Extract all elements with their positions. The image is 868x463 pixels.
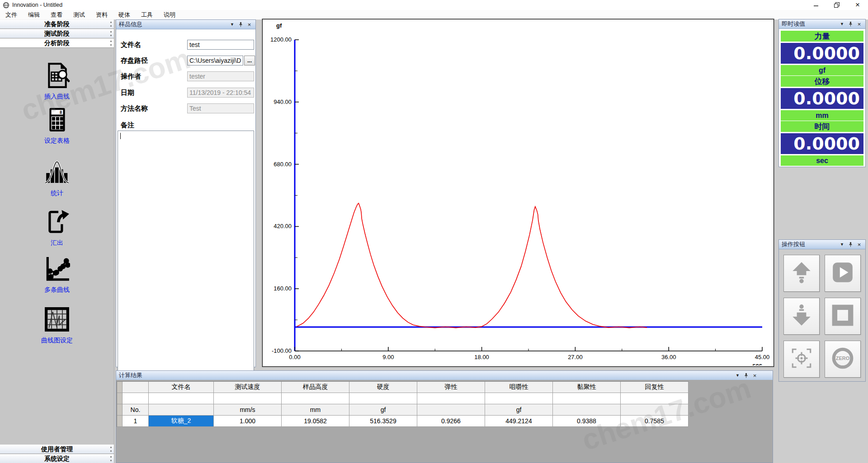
column-header-springiness: 弹性: [417, 382, 485, 393]
notes-textarea[interactable]: [118, 131, 254, 374]
field-label-save-path: 存盘路径: [121, 56, 148, 65]
close-icon[interactable]: ×: [856, 241, 863, 248]
close-icon[interactable]: ×: [751, 372, 758, 379]
no-column-header: [123, 382, 149, 393]
results-units-row: No.mm/smmgfgf: [117, 404, 689, 416]
close-button[interactable]: ×: [847, 0, 868, 10]
sidebar-tool-export[interactable]: 汇出: [0, 209, 114, 247]
restore-button[interactable]: [826, 0, 847, 10]
set-table-icon: 8: [44, 107, 70, 133]
pin-icon[interactable]: [847, 241, 854, 248]
menu-item-hardware[interactable]: 硬体: [113, 10, 136, 20]
menu-item-help[interactable]: 说明: [158, 10, 181, 20]
title-bar: Innovation - Untitled ×: [0, 0, 868, 10]
sidebar-tool-label: 曲线图设定: [0, 337, 114, 345]
x-axis-unit-label: sec: [752, 362, 762, 365]
chevron-down-icon[interactable]: ▼: [839, 21, 845, 28]
unit-cell-springiness: [417, 404, 485, 416]
pin-icon[interactable]: [847, 21, 854, 28]
data-cell-cohesiveness[interactable]: 0.9388: [553, 416, 621, 427]
sidebar-tool-insert-curve[interactable]: 插入曲线: [0, 62, 114, 101]
sidebar-tool-statistics[interactable]: 统计: [0, 159, 114, 197]
readings-panel: 即时读值 ▼ × 力量0.0000gf位移0.0000mm时间0.0000sec: [778, 19, 866, 167]
chart-settings-icon: [44, 306, 70, 332]
sidebar-stage-test[interactable]: 测试阶段: [0, 29, 114, 38]
sidebar-tool-chart-settings[interactable]: 曲线图设定: [0, 306, 114, 345]
menu-item-view[interactable]: 查看: [45, 10, 68, 20]
y-tick-label: 940.00: [274, 98, 292, 105]
chevron-down-icon[interactable]: ▼: [839, 241, 845, 248]
data-cell-filename[interactable]: 软糖_2: [149, 416, 214, 427]
sidebar-tool-multi-curve[interactable]: 多条曲线: [0, 256, 114, 294]
menu-item-data[interactable]: 资料: [90, 10, 113, 20]
reading-force-value: 0.0000: [781, 43, 863, 64]
field-filename[interactable]: test: [187, 40, 254, 50]
stop-button[interactable]: [825, 298, 861, 335]
origin-button[interactable]: [783, 341, 820, 378]
sidebar: 准备阶段测试阶段分析阶段 插入曲线8设定表格统计汇出多条曲线曲线图设定 使用者管…: [0, 19, 114, 463]
chevron-down-icon[interactable]: ▼: [734, 372, 741, 379]
sidebar-tool-label: 多条曲线: [0, 286, 114, 294]
column-header-resilience: 回复性: [621, 382, 689, 393]
field-date: 11/13/2019 - 22:10:54: [187, 88, 254, 98]
run-button[interactable]: [825, 255, 861, 292]
menu-item-tools[interactable]: 工具: [136, 10, 158, 20]
sample-info-body: 文件名test存盘路径...C:\Users\aiyaziji\D操作者test…: [116, 29, 255, 368]
chevron-down-icon[interactable]: ▼: [229, 21, 236, 28]
sample-info-panel: 样品信息 ▼ × 文件名test存盘路径...C:\Users\aiyaziji…: [116, 19, 256, 367]
sidebar-tool-set-table[interactable]: 8设定表格: [0, 107, 114, 145]
export-icon: [44, 209, 70, 235]
controls-panel: 操作按钮 ▼ × ZERO: [778, 239, 866, 382]
grip-handle: [110, 31, 112, 36]
svg-text:8: 8: [60, 110, 62, 115]
series-force-curve: [297, 203, 647, 328]
pin-icon[interactable]: [237, 21, 244, 28]
data-cell-sample-height[interactable]: 19.0582: [282, 416, 349, 427]
menu-item-edit[interactable]: 编辑: [23, 10, 45, 20]
minimize-button[interactable]: [806, 0, 826, 10]
close-icon[interactable]: ×: [246, 21, 253, 28]
jog-down-button[interactable]: [783, 298, 820, 335]
field-operator: tester: [187, 71, 254, 81]
unit-cell-chewiness: gf: [485, 404, 553, 416]
reading-time-label: 时间: [781, 121, 863, 132]
column-header-sample-height: 样品高度: [282, 382, 349, 393]
row-number-cell[interactable]: 1: [123, 416, 149, 427]
empty-cell: [553, 393, 621, 404]
sidebar-stage-analysis[interactable]: 分析阶段: [0, 38, 114, 48]
empty-cell: [282, 393, 349, 404]
zero-button[interactable]: ZERO: [825, 341, 861, 378]
y-tick-label: 420.00: [274, 223, 292, 229]
data-cell-chewiness[interactable]: 449.2124: [485, 416, 553, 427]
data-cell-resilience[interactable]: 0.7585: [621, 416, 689, 427]
row-indicator[interactable]: [117, 416, 123, 427]
menu-item-file[interactable]: 文件: [0, 10, 23, 20]
sidebar-stages: 准备阶段测试阶段分析阶段: [0, 19, 114, 48]
x-tick-label: 27.00: [568, 354, 583, 360]
no-label-cell: No.: [123, 404, 149, 416]
data-cell-springiness[interactable]: 0.9266: [417, 416, 485, 427]
data-cell-hardness[interactable]: 516.3529: [349, 416, 417, 427]
readings-body: 力量0.0000gf位移0.0000mm时间0.0000sec: [779, 29, 865, 168]
stop-icon: [830, 303, 855, 329]
y-tick-label: 160.00: [274, 285, 292, 292]
menu-item-test[interactable]: 测试: [68, 10, 90, 20]
x-tick-label: 18.00: [474, 354, 489, 360]
data-cell-test-speed[interactable]: 1.000: [214, 416, 282, 427]
unit-cell-resilience: [621, 404, 689, 416]
sidebar-tool-label: 插入曲线: [0, 93, 114, 101]
column-header-hardness: 硬度: [349, 382, 417, 393]
sidebar-item-user-management[interactable]: 使用者管理: [0, 444, 114, 454]
pin-icon[interactable]: [743, 372, 750, 379]
field-save-path[interactable]: C:\Users\aiyaziji\D: [187, 56, 243, 65]
row-indicator: [117, 382, 123, 393]
close-icon[interactable]: ×: [856, 21, 863, 28]
jog-up-button[interactable]: [783, 255, 820, 292]
results-titlebar: 计算结果 ▼ ×: [116, 371, 773, 380]
browse-button[interactable]: ...: [244, 56, 255, 65]
sidebar-stage-prepare[interactable]: 准备阶段: [0, 19, 114, 29]
grip-handle: [110, 456, 112, 461]
sidebar-item-system-settings[interactable]: 系统设定: [0, 454, 114, 463]
results-body: 文件名测试速度样品高度硬度弹性咀嚼性黏聚性回复性No.mm/smmgfgf1软糖…: [116, 380, 773, 463]
y-axis-unit-label: gf: [276, 22, 282, 29]
